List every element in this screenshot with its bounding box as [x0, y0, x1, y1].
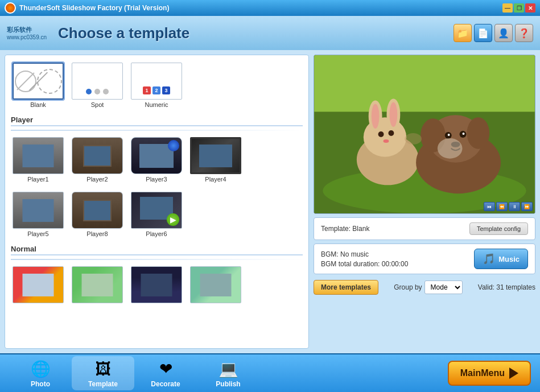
- blank-thumbnail: [13, 63, 64, 100]
- player6-label: Player6: [146, 230, 167, 237]
- spot-dot-2: [94, 89, 100, 94]
- player1-label: Player1: [27, 176, 48, 183]
- help-button[interactable]: ❓: [515, 24, 533, 42]
- nav-item-publish[interactable]: 💻 Publish: [197, 356, 259, 390]
- prev-forward-button[interactable]: ⏩: [521, 202, 533, 211]
- numeric-badge-3: 3: [162, 86, 170, 94]
- titlebar-left: ThunderSoft Slideshow Factory (Trial Ver…: [5, 2, 169, 14]
- template-item-player5[interactable]: Player5: [11, 190, 65, 239]
- prev-play-button[interactable]: ⏸: [509, 202, 520, 211]
- spot-dot-3: [103, 89, 109, 94]
- svg-point-11: [389, 102, 397, 127]
- normal3-thumbnail: [131, 266, 182, 303]
- main-content: Blank Spot: [0, 50, 540, 353]
- basic-template-row: Blank Spot: [11, 61, 303, 110]
- valid-count: Valid: 31 templates: [478, 283, 535, 291]
- numeric-badge-2: 2: [152, 86, 160, 94]
- player5-inner: [23, 199, 54, 222]
- player8-inner: [83, 200, 112, 221]
- template-item-player3[interactable]: Player3: [129, 135, 184, 184]
- restore-button[interactable]: ❐: [514, 3, 524, 13]
- template-item-spot[interactable]: Spot: [70, 61, 125, 110]
- group-by-area: Group by Mode Style Name: [394, 280, 462, 294]
- template-item-numeric[interactable]: 1 2 3 Numeric: [129, 61, 184, 110]
- decorate-icon: ❤: [155, 358, 176, 379]
- template-item-normal2[interactable]: [70, 265, 125, 305]
- toolbar-icons: 📁 📄 👤 ❓: [454, 24, 533, 42]
- titlebar: ThunderSoft Slideshow Factory (Trial Ver…: [0, 0, 540, 16]
- template-config-button[interactable]: Template config: [469, 222, 528, 235]
- player-template-row-1: Player1 Player2 Player3: [11, 135, 303, 184]
- normal2-thumbnail: [72, 266, 123, 303]
- player-divider: [11, 130, 303, 131]
- svg-point-14: [384, 139, 389, 143]
- logobar: 彩乐软件 www.pc0359.cn Choose a template 📁 📄…: [0, 16, 540, 50]
- logo-url: www.pc0359.cn: [7, 34, 47, 40]
- close-button[interactable]: ✕: [525, 3, 535, 13]
- group-by-select[interactable]: Mode Style Name: [424, 280, 463, 294]
- preview-photo: [314, 55, 535, 213]
- open-folder-button[interactable]: 📁: [454, 24, 472, 42]
- nav-item-template[interactable]: 🖼 Template: [72, 356, 134, 390]
- player1-inner: [23, 145, 54, 167]
- save-button[interactable]: 📄: [474, 24, 492, 42]
- svg-point-13: [388, 130, 394, 136]
- right-panel: ⏮ ⏪ ⏸ ⏩ Template: Blank Template config …: [314, 55, 535, 349]
- template-item-player8[interactable]: Player8: [70, 190, 125, 239]
- nav-item-photo[interactable]: 🌐 Photo: [9, 356, 72, 390]
- more-templates-button[interactable]: More templates: [314, 280, 378, 295]
- player6-thumbnail: ▶: [131, 192, 182, 229]
- bgm-info: BGM: No music BGM total duration: 00:00:…: [321, 250, 408, 268]
- player2-inner: [83, 145, 112, 167]
- titlebar-text: ThunderSoft Slideshow Factory (Trial Ver…: [19, 4, 169, 12]
- spot-dot-1: [86, 89, 92, 94]
- prev-first-button[interactable]: ⏮: [484, 202, 495, 211]
- template-item-normal4[interactable]: [188, 265, 243, 305]
- template-item-normal1[interactable]: [11, 265, 65, 305]
- player6-badge: ▶: [167, 213, 179, 226]
- player2-thumbnail: [72, 137, 123, 174]
- preview-controls: ⏮ ⏪ ⏸ ⏩: [484, 202, 533, 211]
- normal2-photo: [82, 274, 113, 296]
- numeric-label: Numeric: [145, 101, 168, 108]
- template-item-player6[interactable]: ▶ Player6: [129, 190, 184, 239]
- blank-circle-icon: [14, 70, 37, 93]
- player-template-row-2: Player5 Player8 ▶ Player6: [11, 190, 303, 239]
- publish-nav-label: Publish: [216, 380, 240, 388]
- player3-orb: [168, 140, 179, 151]
- template-item-normal3[interactable]: [129, 265, 184, 305]
- photo-icon: 🌐: [30, 358, 51, 379]
- page-title-area: Choose a template: [58, 24, 189, 42]
- account-button[interactable]: 👤: [494, 24, 513, 42]
- normal4-thumbnail: [190, 266, 241, 303]
- player5-thumbnail: [13, 192, 64, 229]
- template-name-text: Template: Blank: [321, 225, 369, 233]
- player5-label: Player5: [27, 230, 48, 237]
- normal-divider: [11, 259, 303, 260]
- player4-inner: [199, 145, 232, 167]
- player-section-title: Player: [11, 115, 303, 126]
- numeric-badges: 1 2 3: [143, 86, 170, 94]
- svg-point-21: [448, 134, 450, 136]
- spot-label: Spot: [91, 101, 104, 108]
- template-item-player2[interactable]: Player2: [70, 135, 125, 184]
- player8-thumbnail: [72, 192, 123, 229]
- template-grid[interactable]: Blank Spot: [5, 55, 308, 348]
- template-item-player4[interactable]: Player4: [188, 135, 243, 184]
- minimize-button[interactable]: —: [502, 3, 513, 13]
- music-button[interactable]: 🎵 Music: [474, 249, 528, 269]
- template-item-blank[interactable]: Blank: [11, 61, 65, 110]
- svg-point-22: [463, 133, 465, 135]
- player8-label: Player8: [86, 230, 108, 237]
- svg-point-10: [372, 104, 380, 129]
- prev-back-button[interactable]: ⏪: [496, 202, 508, 211]
- nav-item-decorate[interactable]: ❤ Decorate: [134, 356, 197, 390]
- player4-label: Player4: [205, 176, 226, 183]
- main-menu-button[interactable]: MainMenu: [448, 361, 531, 386]
- app-icon: [5, 2, 16, 14]
- blank-label: Blank: [30, 101, 46, 108]
- bgm-duration: BGM total duration: 00:00:00: [321, 260, 408, 268]
- player3-thumbnail: [131, 137, 182, 174]
- template-icon: 🖼: [93, 358, 113, 379]
- template-item-player1[interactable]: Player1: [11, 135, 65, 184]
